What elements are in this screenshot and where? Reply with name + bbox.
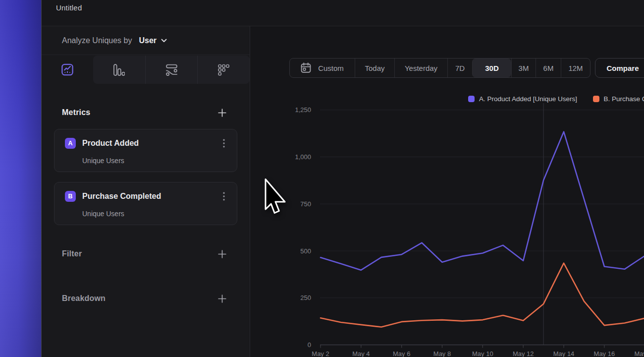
svg-text:500: 500: [300, 247, 311, 255]
metric-series-badge: B: [65, 191, 76, 202]
flow-icon: [166, 64, 177, 76]
chart-pane: CustomTodayYesterday7D30D3M6M12M Compare…: [250, 26, 644, 357]
line-chart[interactable]: 02505007501,0001,250May 2May 4May 6May 8…: [250, 26, 644, 357]
add-filter-button[interactable]: [218, 250, 226, 258]
metrics-label: Metrics: [62, 108, 90, 117]
metric-card[interactable]: AProduct AddedUnique Users: [54, 129, 237, 172]
tab-retention[interactable]: [197, 56, 250, 84]
metrics-section-header: Metrics: [62, 108, 226, 117]
svg-text:1,000: 1,000: [295, 153, 311, 161]
svg-text:1,250: 1,250: [295, 106, 311, 114]
breakdown-label: Breakdown: [62, 294, 106, 303]
funnel-bars-icon: [113, 64, 125, 76]
filter-section-header: Filter: [62, 249, 226, 258]
query-builder-panel: Analyze Uniques by User: [42, 26, 250, 357]
kebab-menu-icon[interactable]: [219, 138, 229, 148]
tab-funnels[interactable]: [93, 56, 145, 84]
report-type-tabgroup: [93, 56, 250, 84]
svg-text:250: 250: [300, 294, 311, 301]
svg-text:May 4: May 4: [352, 350, 370, 357]
kebab-menu-icon[interactable]: [219, 191, 229, 201]
filter-label: Filter: [62, 249, 82, 258]
top-bar: Untitled: [42, 0, 644, 26]
metric-aggregation[interactable]: Unique Users: [82, 210, 124, 218]
svg-text:May 6: May 6: [393, 350, 410, 357]
analyze-label: Analyze Uniques by: [62, 36, 132, 45]
svg-text:May 2: May 2: [312, 350, 329, 357]
metric-series-badge: A: [65, 138, 76, 149]
report-title[interactable]: Untitled: [56, 3, 82, 12]
add-breakdown-button[interactable]: [218, 295, 226, 303]
svg-text:May 16: May 16: [594, 350, 615, 357]
retention-dots-icon: [218, 64, 229, 76]
app-window: Untitled Analyze Uniques by User: [0, 0, 644, 357]
svg-text:May 8: May 8: [433, 350, 451, 357]
report-type-tabs: [42, 56, 250, 84]
left-gradient-strip: [0, 0, 41, 357]
svg-text:May 18: May 18: [634, 350, 644, 357]
mouse-cursor: [264, 178, 289, 217]
chevron-down-icon: [161, 39, 167, 43]
metric-aggregation[interactable]: Unique Users: [82, 157, 124, 165]
svg-text:May 12: May 12: [513, 350, 534, 357]
analyze-entity-dropdown[interactable]: User: [139, 36, 157, 45]
tab-flows[interactable]: [145, 56, 198, 84]
metric-name[interactable]: Purchase Completed: [82, 192, 161, 201]
svg-text:May 14: May 14: [553, 350, 575, 357]
metric-name[interactable]: Product Added: [82, 139, 139, 148]
add-metric-button[interactable]: [218, 109, 226, 117]
metric-card[interactable]: BPurchase CompletedUnique Users: [54, 182, 237, 225]
svg-text:0: 0: [308, 341, 311, 349]
tab-insights[interactable]: [42, 56, 93, 84]
svg-text:May 10: May 10: [472, 350, 493, 357]
breakdown-section-header: Breakdown: [62, 294, 226, 303]
analyze-row: Analyze Uniques by User: [42, 26, 250, 55]
insights-line-chart-icon: [61, 63, 73, 76]
svg-text:750: 750: [300, 200, 311, 208]
